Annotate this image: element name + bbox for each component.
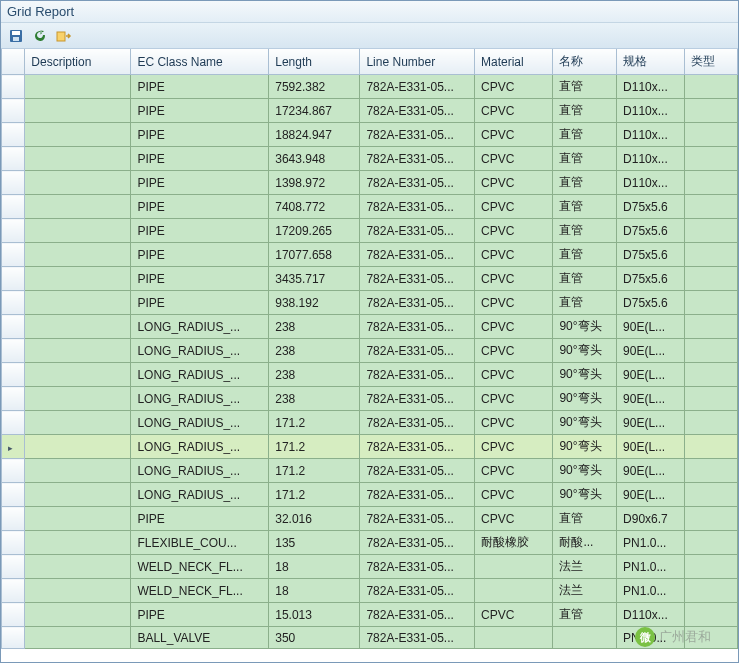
cell-type_cn[interactable]	[684, 603, 737, 627]
cell-spec[interactable]: D110x...	[617, 75, 685, 99]
cell-type_cn[interactable]	[684, 219, 737, 243]
table-row[interactable]: LONG_RADIUS_...238782A-E331-05...CPVC90°…	[2, 363, 738, 387]
cell-type_cn[interactable]	[684, 123, 737, 147]
cell-length[interactable]: 17209.265	[269, 219, 360, 243]
cell-ec_class[interactable]: LONG_RADIUS_...	[131, 339, 269, 363]
cell-spec[interactable]: D75x5.6	[617, 195, 685, 219]
row-header[interactable]	[2, 555, 25, 579]
cell-material[interactable]	[474, 627, 552, 649]
cell-description[interactable]	[25, 411, 131, 435]
cell-description[interactable]	[25, 555, 131, 579]
cell-length[interactable]: 238	[269, 315, 360, 339]
cell-name_cn[interactable]: 直管	[553, 243, 617, 267]
cell-material[interactable]: CPVC	[474, 459, 552, 483]
cell-spec[interactable]: D75x5.6	[617, 291, 685, 315]
table-row[interactable]: PIPE17077.658782A-E331-05...CPVC直管D75x5.…	[2, 243, 738, 267]
cell-material[interactable]: CPVC	[474, 195, 552, 219]
cell-ec_class[interactable]: PIPE	[131, 603, 269, 627]
cell-line_number[interactable]: 782A-E331-05...	[360, 459, 475, 483]
cell-length[interactable]: 7408.772	[269, 195, 360, 219]
cell-ec_class[interactable]: PIPE	[131, 291, 269, 315]
cell-ec_class[interactable]: PIPE	[131, 267, 269, 291]
cell-line_number[interactable]: 782A-E331-05...	[360, 171, 475, 195]
cell-ec_class[interactable]: LONG_RADIUS_...	[131, 411, 269, 435]
cell-description[interactable]	[25, 339, 131, 363]
col-name-cn[interactable]: 名称	[553, 49, 617, 75]
cell-description[interactable]	[25, 195, 131, 219]
cell-type_cn[interactable]	[684, 387, 737, 411]
cell-type_cn[interactable]	[684, 315, 737, 339]
col-length[interactable]: Length	[269, 49, 360, 75]
cell-material[interactable]: CPVC	[474, 435, 552, 459]
cell-ec_class[interactable]: FLEXIBLE_COU...	[131, 531, 269, 555]
cell-spec[interactable]: 90E(L...	[617, 339, 685, 363]
cell-description[interactable]	[25, 147, 131, 171]
cell-ec_class[interactable]: PIPE	[131, 171, 269, 195]
cell-description[interactable]	[25, 459, 131, 483]
cell-material[interactable]: CPVC	[474, 507, 552, 531]
cell-length[interactable]: 32.016	[269, 507, 360, 531]
cell-description[interactable]	[25, 267, 131, 291]
cell-length[interactable]: 238	[269, 363, 360, 387]
cell-line_number[interactable]: 782A-E331-05...	[360, 387, 475, 411]
cell-line_number[interactable]: 782A-E331-05...	[360, 195, 475, 219]
cell-length[interactable]: 1398.972	[269, 171, 360, 195]
table-row[interactable]: WELD_NECK_FL...18782A-E331-05...法兰PN1.0.…	[2, 579, 738, 603]
cell-length[interactable]: 135	[269, 531, 360, 555]
table-row[interactable]: LONG_RADIUS_...171.2782A-E331-05...CPVC9…	[2, 459, 738, 483]
cell-line_number[interactable]: 782A-E331-05...	[360, 315, 475, 339]
cell-material[interactable]: CPVC	[474, 123, 552, 147]
cell-name_cn[interactable]: 法兰	[553, 555, 617, 579]
cell-length[interactable]: 18824.947	[269, 123, 360, 147]
cell-name_cn[interactable]: 法兰	[553, 579, 617, 603]
col-type-cn[interactable]: 类型	[684, 49, 737, 75]
cell-length[interactable]: 938.192	[269, 291, 360, 315]
cell-length[interactable]: 18	[269, 579, 360, 603]
cell-material[interactable]: CPVC	[474, 75, 552, 99]
cell-line_number[interactable]: 782A-E331-05...	[360, 531, 475, 555]
table-row[interactable]: PIPE938.192782A-E331-05...CPVC直管D75x5.6	[2, 291, 738, 315]
cell-material[interactable]: CPVC	[474, 267, 552, 291]
row-header[interactable]	[2, 123, 25, 147]
cell-type_cn[interactable]	[684, 243, 737, 267]
table-row[interactable]: FLEXIBLE_COU...135782A-E331-05...耐酸橡胶耐酸.…	[2, 531, 738, 555]
cell-material[interactable]	[474, 555, 552, 579]
refresh-icon[interactable]	[31, 27, 49, 45]
table-row[interactable]: PIPE18824.947782A-E331-05...CPVC直管D110x.…	[2, 123, 738, 147]
cell-name_cn[interactable]: 90°弯头	[553, 339, 617, 363]
cell-line_number[interactable]: 782A-E331-05...	[360, 147, 475, 171]
cell-material[interactable]: CPVC	[474, 603, 552, 627]
cell-type_cn[interactable]	[684, 339, 737, 363]
cell-name_cn[interactable]: 90°弯头	[553, 363, 617, 387]
cell-description[interactable]	[25, 75, 131, 99]
cell-type_cn[interactable]	[684, 99, 737, 123]
cell-line_number[interactable]: 782A-E331-05...	[360, 603, 475, 627]
cell-length[interactable]: 17077.658	[269, 243, 360, 267]
cell-line_number[interactable]: 782A-E331-05...	[360, 411, 475, 435]
cell-material[interactable]: 耐酸橡胶	[474, 531, 552, 555]
cell-name_cn[interactable]: 直管	[553, 75, 617, 99]
cell-name_cn[interactable]: 直管	[553, 219, 617, 243]
cell-line_number[interactable]: 782A-E331-05...	[360, 435, 475, 459]
cell-line_number[interactable]: 782A-E331-05...	[360, 219, 475, 243]
cell-ec_class[interactable]: LONG_RADIUS_...	[131, 387, 269, 411]
cell-name_cn[interactable]: 90°弯头	[553, 315, 617, 339]
cell-type_cn[interactable]	[684, 147, 737, 171]
cell-spec[interactable]: 90E(L...	[617, 435, 685, 459]
table-row[interactable]: LONG_RADIUS_...171.2782A-E331-05...CPVC9…	[2, 435, 738, 459]
cell-spec[interactable]: 90E(L...	[617, 483, 685, 507]
save-icon[interactable]	[7, 27, 25, 45]
cell-name_cn[interactable]: 直管	[553, 99, 617, 123]
cell-spec[interactable]: D110x...	[617, 603, 685, 627]
col-material[interactable]: Material	[474, 49, 552, 75]
cell-name_cn[interactable]: 直管	[553, 267, 617, 291]
cell-type_cn[interactable]	[684, 507, 737, 531]
cell-description[interactable]	[25, 387, 131, 411]
cell-line_number[interactable]: 782A-E331-05...	[360, 363, 475, 387]
table-row[interactable]: LONG_RADIUS_...238782A-E331-05...CPVC90°…	[2, 387, 738, 411]
cell-spec[interactable]: D110x...	[617, 171, 685, 195]
row-header[interactable]	[2, 459, 25, 483]
cell-spec[interactable]: D110x...	[617, 99, 685, 123]
row-header[interactable]	[2, 363, 25, 387]
cell-type_cn[interactable]	[684, 291, 737, 315]
